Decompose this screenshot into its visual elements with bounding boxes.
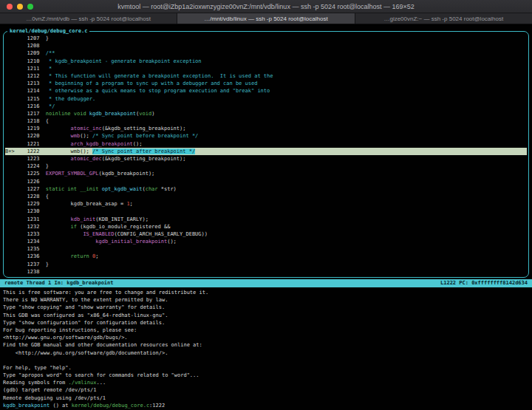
console-line: Type "show copying" and "show warranty" … xyxy=(3,304,529,311)
gutter xyxy=(5,81,27,86)
tab-2[interactable]: …/mnt/vdb/linux — ssh -p 5024 root@local… xyxy=(177,13,355,24)
terminal-screen[interactable]: kernel/debug/debug_core.c 1207 } 1208 12… xyxy=(0,24,532,410)
source-line: 1208 xyxy=(5,42,527,49)
source-line: 1229 kgdb_break_asap = 1; xyxy=(5,200,527,208)
line-number: 1235 xyxy=(27,246,46,252)
source-code-area: 1207 } 1208 1209 /** 1210 * kgdb_breakpo… xyxy=(5,35,527,276)
line-number: 1220 xyxy=(27,133,46,139)
line-number: 1207 xyxy=(27,35,46,41)
console-line: Type "apropos word" to search for comman… xyxy=(3,372,529,379)
gutter xyxy=(5,111,27,117)
gutter xyxy=(5,43,27,49)
line-number: 1227 xyxy=(27,186,46,192)
gutter xyxy=(5,35,27,41)
titlebar: kvmtool — root@iZbp1a2ioxwnzygize00vnZ:/… xyxy=(0,0,532,13)
gdb-console[interactable]: This is free software: you are free to c… xyxy=(3,289,529,410)
line-number: 1236 xyxy=(27,253,46,259)
line-number: 1210 xyxy=(27,58,46,64)
minimize-button[interactable] xyxy=(17,4,23,10)
console-line: Find the GDB manual and other documentat… xyxy=(3,341,529,349)
source-line: 1219 atomic_inc(&kgdb_setting_breakpoint… xyxy=(5,125,527,132)
console-line: Remote debugging using /dev/pts/1 xyxy=(3,394,529,402)
tab-3[interactable]: …gize00vnZ:~ — ssh -p 5024 root@localhos… xyxy=(355,13,532,24)
source-line: 1209 /** xyxy=(5,49,527,57)
console-line: This is free software: you are free to c… xyxy=(3,289,529,296)
source-window-title: kernel/debug/debug_core.c xyxy=(7,27,89,35)
line-number: 1212 xyxy=(27,73,46,79)
gutter xyxy=(5,231,27,237)
gutter xyxy=(5,216,27,222)
source-line: 1212 * This function will generate a bre… xyxy=(5,72,527,80)
source-line: 1220 wmb(); /* Sync point before breakpo… xyxy=(5,132,527,140)
source-line: 1225 EXPORT_SYMBOL_GPL(kgdb_breakpoint); xyxy=(5,170,527,177)
source-line: 1213 * beginning of a program to sync up… xyxy=(5,80,527,87)
close-button[interactable] xyxy=(7,4,13,10)
line-number: 1224 xyxy=(27,163,46,169)
console-line: kgdb_breakpoint () at kernel/debug/debug… xyxy=(3,402,529,409)
line-number: 1215 xyxy=(27,96,46,102)
line-number: 1225 xyxy=(27,171,46,177)
source-line: 1211 * xyxy=(5,65,527,72)
line-number: 1217 xyxy=(27,111,46,117)
line-number: 1221 xyxy=(27,141,46,147)
zoom-button[interactable] xyxy=(27,4,33,10)
console-line: This GDB was configured as "x86_64-redha… xyxy=(3,312,529,319)
tui-source-window: kernel/debug/debug_core.c 1207 } 1208 12… xyxy=(3,31,529,278)
line-number: 1233 xyxy=(27,231,46,237)
source-line: 1224 } xyxy=(5,163,527,170)
window-title: kvmtool — root@iZbp1a2ioxwnzygize00vnZ:/… xyxy=(0,3,532,10)
gutter xyxy=(5,224,27,230)
source-line: 1217 noinline void kgdb_breakpoint(void) xyxy=(5,110,527,117)
gutter xyxy=(5,88,27,94)
line-number: 1229 xyxy=(27,201,46,207)
source-line: 1231 kdb_init(KDB_INIT_EARLY); xyxy=(5,216,527,223)
line-number: 1231 xyxy=(27,216,46,222)
line-number: 1226 xyxy=(27,179,46,185)
gutter xyxy=(5,239,27,245)
tab-bar: …0vnZ:/mnt/vdb — ssh -p 5024 root@localh… xyxy=(0,13,532,24)
source-line: 1226 xyxy=(5,178,527,185)
line-number: 1223 xyxy=(27,156,46,162)
line-number: 1211 xyxy=(27,66,46,72)
source-line: 1237 } xyxy=(5,261,527,268)
line-number: 1237 xyxy=(27,262,46,267)
line-number: 1228 xyxy=(27,194,46,199)
source-line: 1221 arch_kgdb_breakpoint(); xyxy=(5,140,527,148)
line-number: 1238 xyxy=(27,269,46,275)
console-line xyxy=(3,357,529,364)
gutter xyxy=(5,163,27,169)
gutter xyxy=(5,156,27,162)
source-line: 1216 */ xyxy=(5,103,527,110)
console-line: (gdb) target remote /dev/pts/1 xyxy=(3,386,529,394)
gutter xyxy=(5,118,27,124)
gutter xyxy=(5,208,27,214)
gutter xyxy=(5,186,27,192)
source-line: 1227 static int __init opt_kgdb_wait(cha… xyxy=(5,185,527,193)
gutter xyxy=(5,262,27,267)
source-line: 1230 xyxy=(5,208,527,215)
gutter xyxy=(5,269,27,275)
line-number: 1234 xyxy=(27,239,46,245)
terminal-window: kvmtool — root@iZbp1a2ioxwnzygize00vnZ:/… xyxy=(0,0,532,410)
tab-1[interactable]: …0vnZ:/mnt/vdb — ssh -p 5024 root@localh… xyxy=(0,13,177,24)
line-number: 1219 xyxy=(27,126,46,131)
gutter xyxy=(5,253,27,259)
source-line: 1235 xyxy=(5,245,527,253)
source-line-current: B+> 1222 wmb(); /* Sync point after brea… xyxy=(5,148,527,155)
line-number: 1222 xyxy=(27,148,46,154)
line-number: 1232 xyxy=(27,224,46,230)
gutter xyxy=(5,50,27,56)
line-number: 1213 xyxy=(27,81,46,86)
gutter xyxy=(5,179,27,185)
line-number: 1218 xyxy=(27,118,46,124)
source-line: 1215 * the debugger. xyxy=(5,95,527,103)
source-line: 1232 if (kgdb_io_module_registered && xyxy=(5,223,527,230)
gutter xyxy=(5,246,27,252)
traffic-lights xyxy=(7,4,33,10)
console-line: For help, type "help". xyxy=(3,364,529,372)
source-line: 1236 return 0; xyxy=(5,253,527,260)
source-line: 1214 * otherwise as a quick means to sto… xyxy=(5,87,527,95)
gutter xyxy=(5,73,27,79)
source-line: 1234 kgdb_initial_breakpoint(); xyxy=(5,238,527,245)
breakpoint-marker: B+> xyxy=(5,148,27,154)
